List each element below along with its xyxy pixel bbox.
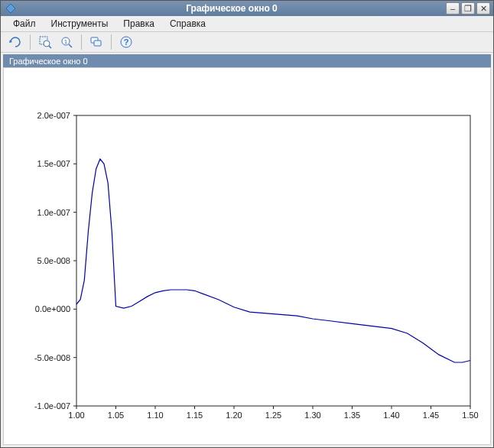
menu-file[interactable]: Файл xyxy=(5,17,44,31)
y-tick-label: 0.0e+000 xyxy=(35,304,70,313)
zoom-reset-icon[interactable]: 1 xyxy=(57,33,76,51)
toolbar-separator xyxy=(30,34,31,50)
svg-marker-0 xyxy=(6,4,15,13)
toolbar: 1 ? xyxy=(1,32,493,54)
x-tick-label: 1.35 xyxy=(344,411,360,420)
rotate-icon[interactable] xyxy=(5,33,25,51)
x-tick-label: 1.25 xyxy=(265,411,281,420)
y-tick-label: 5.0e-008 xyxy=(37,256,70,265)
window-title: Графическое окно 0 xyxy=(18,3,446,14)
plot-area[interactable]: -1.0e-007-5.0e-0080.0e+0005.0e-0081.0e-0… xyxy=(3,67,491,445)
y-tick-label: -5.0e-008 xyxy=(34,353,70,362)
svg-point-3 xyxy=(44,41,50,47)
zoom-area-icon[interactable] xyxy=(35,33,55,51)
close-button[interactable]: ✕ xyxy=(476,2,490,15)
menu-bar: Файл Инструменты Правка Справка xyxy=(1,16,493,31)
help-icon[interactable]: ? xyxy=(116,33,136,51)
x-tick-label: 1.30 xyxy=(304,411,320,420)
x-tick-label: 1.20 xyxy=(226,411,242,420)
datatip-icon[interactable] xyxy=(86,33,106,51)
svg-line-6 xyxy=(69,44,72,47)
x-tick-label: 1.05 xyxy=(108,411,124,420)
toolbar-separator xyxy=(81,34,82,50)
data-series-line xyxy=(76,159,470,362)
svg-text:?: ? xyxy=(124,37,129,47)
menu-tools[interactable]: Инструменты xyxy=(44,17,116,31)
x-tick-label: 1.45 xyxy=(423,411,439,420)
window-controls: – ❐ ✕ xyxy=(446,2,490,15)
line-chart: -1.0e-007-5.0e-0080.0e+0005.0e-0081.0e-0… xyxy=(4,68,490,444)
x-tick-label: 1.15 xyxy=(187,411,203,420)
svg-rect-12 xyxy=(76,115,470,406)
menu-edit[interactable]: Правка xyxy=(115,17,162,31)
y-tick-label: -1.0e-007 xyxy=(34,401,70,411)
y-tick-label: 1.0e-007 xyxy=(37,208,70,217)
x-tick-label: 1.00 xyxy=(68,411,84,420)
figure-inner-title: Графическое окно 0 xyxy=(3,54,491,67)
title-bar[interactable]: Графическое окно 0 – ❐ ✕ xyxy=(1,1,493,16)
x-tick-label: 1.10 xyxy=(147,411,163,420)
svg-rect-9 xyxy=(94,41,101,46)
x-tick-label: 1.50 xyxy=(462,411,478,420)
y-tick-label: 2.0e-007 xyxy=(37,111,70,120)
svg-text:1: 1 xyxy=(64,38,68,45)
app-window: Графическое окно 0 – ❐ ✕ Файл Инструмент… xyxy=(0,0,494,448)
maximize-button[interactable]: ❐ xyxy=(461,2,475,15)
y-tick-label: 1.5e-007 xyxy=(37,159,70,168)
x-tick-label: 1.40 xyxy=(383,411,399,420)
svg-line-4 xyxy=(49,46,51,48)
toolbar-separator xyxy=(111,34,112,50)
minimize-button[interactable]: – xyxy=(446,2,460,15)
app-icon xyxy=(4,3,18,14)
menu-help[interactable]: Справка xyxy=(162,17,213,31)
